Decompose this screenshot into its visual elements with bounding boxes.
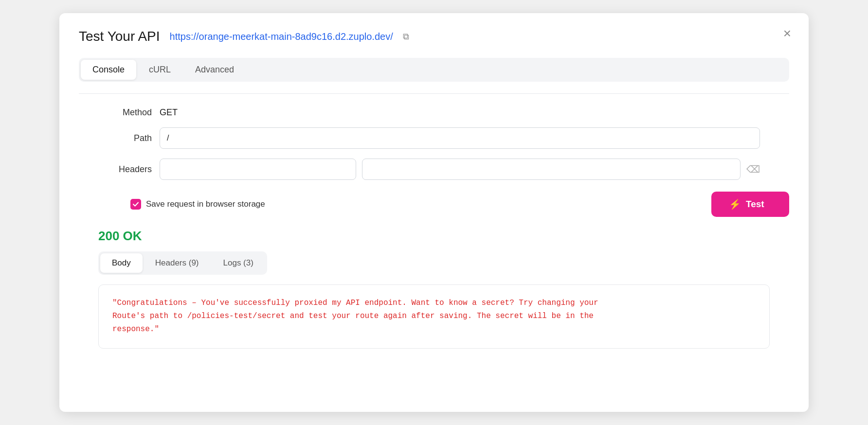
- lightning-icon: ⚡: [729, 198, 741, 210]
- path-input[interactable]: [160, 127, 760, 149]
- headers-inputs: ⌫: [160, 159, 760, 180]
- headers-row-container: Headers ⌫: [108, 159, 760, 180]
- save-request-text: Save request in browser storage: [146, 199, 265, 209]
- modal-title: Test Your API: [79, 29, 160, 44]
- api-url-link[interactable]: https://orange-meerkat-main-8ad9c16.d2.z…: [170, 31, 393, 42]
- response-tab-group: Body Headers (9) Logs (3): [98, 251, 267, 275]
- status-code: 200 OK: [98, 229, 770, 244]
- method-row: Method GET: [108, 107, 760, 118]
- method-value: GET: [160, 107, 178, 118]
- action-row: Save request in browser storage ⚡ Test: [79, 192, 789, 217]
- divider: [79, 93, 789, 94]
- header-value-input[interactable]: [362, 159, 741, 180]
- delete-header-icon[interactable]: ⌫: [746, 163, 760, 175]
- path-label: Path: [108, 133, 152, 143]
- response-body-container: "Congratulations – You've successfully p…: [98, 284, 770, 349]
- response-tab-headers[interactable]: Headers (9): [144, 253, 211, 273]
- method-label: Method: [108, 107, 152, 118]
- response-body-text: "Congratulations – You've successfully p…: [112, 297, 756, 336]
- headers-label: Headers: [108, 164, 152, 175]
- tab-group: Console cURL Advanced: [79, 58, 789, 82]
- tab-curl[interactable]: cURL: [137, 60, 182, 80]
- tab-advanced[interactable]: Advanced: [183, 60, 246, 80]
- path-row: Path: [108, 127, 760, 149]
- save-request-checkbox[interactable]: [130, 199, 141, 210]
- modal-container: Test Your API https://orange-meerkat-mai…: [59, 13, 809, 412]
- test-button[interactable]: ⚡ Test: [711, 192, 789, 217]
- close-button[interactable]: ×: [783, 27, 791, 40]
- header-key-input[interactable]: [160, 159, 356, 180]
- test-button-label: Test: [746, 199, 764, 210]
- form-section: Method GET Path Headers ⌫: [79, 107, 789, 180]
- copy-url-icon[interactable]: ⧉: [403, 32, 409, 42]
- tab-console[interactable]: Console: [81, 60, 136, 80]
- response-tab-logs[interactable]: Logs (3): [212, 253, 265, 273]
- save-request-label[interactable]: Save request in browser storage: [130, 199, 265, 210]
- response-tab-body[interactable]: Body: [100, 253, 143, 273]
- modal-header: Test Your API https://orange-meerkat-mai…: [79, 29, 789, 44]
- status-section: 200 OK Body Headers (9) Logs (3) "Congra…: [79, 229, 789, 349]
